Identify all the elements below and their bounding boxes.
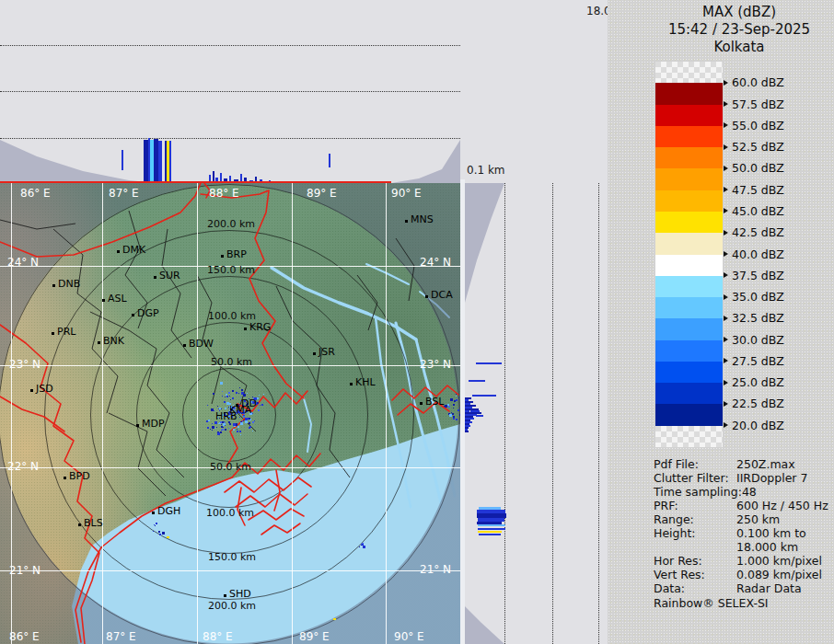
echo-speckle <box>167 536 169 538</box>
longitude-label: 87° E <box>109 187 139 200</box>
longitude-label: 90° E <box>394 630 424 643</box>
dbz-label: 60.0 dBZ <box>732 75 784 89</box>
dbz-label: 35.0 dBZ <box>732 290 784 304</box>
latitude-label: 22° N <box>7 460 39 473</box>
echo-speckle <box>243 394 246 397</box>
ring-distance-label: 200.0 km <box>208 600 256 612</box>
longitude-label: 89° E <box>299 630 330 643</box>
dbz-label: 47.5 dBZ <box>732 183 784 197</box>
metadata-label <box>654 540 736 554</box>
station-dot <box>30 389 33 392</box>
top-cross-section-panel <box>0 0 460 183</box>
echo-speckle <box>214 410 214 411</box>
station-label: KHL <box>355 376 376 388</box>
echo-speckle <box>456 396 457 397</box>
dbz-label: 42.5 dBZ <box>732 225 784 239</box>
echo-speckle <box>218 423 219 424</box>
dbz-label-row: 47.5 dBZ <box>724 183 784 197</box>
dbz-label: 50.0 dBZ <box>732 161 784 175</box>
metadata-value: Radar Data <box>736 581 802 595</box>
side-cross-section-panel <box>465 183 608 644</box>
echo-speckle <box>453 404 455 406</box>
product-title: MAX (dBZ) <box>644 4 834 21</box>
ring-distance-label: 50.0 km <box>210 461 251 473</box>
longitude-label: 87° E <box>106 630 136 643</box>
echo-speckle <box>210 429 211 430</box>
echo-speckle <box>240 422 243 425</box>
metadata-row: Height:0.100 km to <box>654 526 830 540</box>
echo-speckle <box>254 420 255 421</box>
echo-speckle <box>220 431 222 433</box>
out-of-range-wedge <box>0 138 156 183</box>
station-label: DGH <box>157 505 180 517</box>
station-label: DGP <box>137 307 159 319</box>
dbz-band <box>655 105 723 126</box>
station-dot <box>183 344 186 347</box>
echo-speckle <box>225 425 226 426</box>
echo-speckle <box>158 531 160 533</box>
dbz-label-row: 35.0 dBZ <box>724 290 784 304</box>
echo-speckle <box>217 432 220 435</box>
station-dot <box>405 220 408 223</box>
latitude-label: 23° N <box>9 358 41 371</box>
echo-speckle <box>245 420 248 423</box>
dbz-band <box>655 147 723 168</box>
metadata-row: Range:250 km <box>654 512 830 526</box>
legend-arrow-icon <box>724 272 728 278</box>
echo-speckle <box>454 400 456 402</box>
station-label: BRP <box>226 248 247 260</box>
station-dot <box>152 512 155 514</box>
echo-speckle <box>216 427 217 428</box>
metadata-row: Clutter Filter:IIRDoppler 7 <box>654 471 830 485</box>
longitude-label: 90° E <box>391 187 422 200</box>
station-label: MDP <box>142 418 165 430</box>
echo-speckle <box>258 409 260 411</box>
dbz-label-row: 52.5 dBZ <box>724 140 784 154</box>
dbz-band <box>655 83 723 104</box>
echo-speckle <box>247 393 248 394</box>
longitude-gridline <box>197 183 198 644</box>
legend-arrow-icon <box>724 187 728 192</box>
height-gridline <box>504 183 505 644</box>
echo-speckle <box>237 426 239 428</box>
echo-speckle <box>445 405 447 408</box>
station-dot <box>117 250 120 253</box>
dbz-band <box>655 362 723 383</box>
echo-bar <box>476 415 483 417</box>
station-name: Kolkata <box>644 39 834 56</box>
legend-arrow-icon <box>724 358 728 363</box>
metadata-label: Data: <box>654 581 736 595</box>
legend-arrow-icon <box>724 144 728 150</box>
latitude-gridline <box>0 570 460 571</box>
station-label: BLS <box>84 517 103 529</box>
legend-arrow-icon <box>724 401 728 407</box>
metadata-label: Height: <box>654 526 736 540</box>
metadata-value: 1.000 km/pixel <box>736 554 822 568</box>
dbz-label-row: 50.0 dBZ <box>724 161 784 175</box>
echo-speckle <box>261 404 263 406</box>
echo-speckle <box>252 421 254 423</box>
dbz-label-row: 20.0 dBZ <box>724 419 784 432</box>
dbz-band <box>655 383 723 404</box>
echo-bar <box>478 528 505 530</box>
echo-speckle <box>212 423 213 424</box>
echo-speckle <box>451 412 452 413</box>
echo-speckle <box>225 429 226 431</box>
echo-speckle <box>249 418 250 420</box>
station-dot <box>221 255 224 258</box>
station-dot <box>78 523 81 526</box>
metadata-row: PRF:600 Hz / 450 Hz <box>654 499 830 512</box>
dbz-label-row: 55.0 dBZ <box>724 119 784 132</box>
metadata-value: 600 Hz / 450 Hz <box>736 499 828 512</box>
echo-speckle <box>239 417 240 418</box>
dbz-label: 57.5 dBZ <box>732 98 784 111</box>
dbz-band <box>655 233 723 254</box>
station-label: BNK <box>103 335 124 347</box>
latitude-label: 24° N <box>420 256 451 269</box>
echo-speckle <box>223 427 224 428</box>
metadata-label: Vert Res: <box>654 568 736 581</box>
echo-bar <box>329 154 330 167</box>
metadata-value: 250 km <box>736 512 780 526</box>
echo-bar <box>476 362 502 364</box>
legend-arrow-icon <box>724 122 728 128</box>
